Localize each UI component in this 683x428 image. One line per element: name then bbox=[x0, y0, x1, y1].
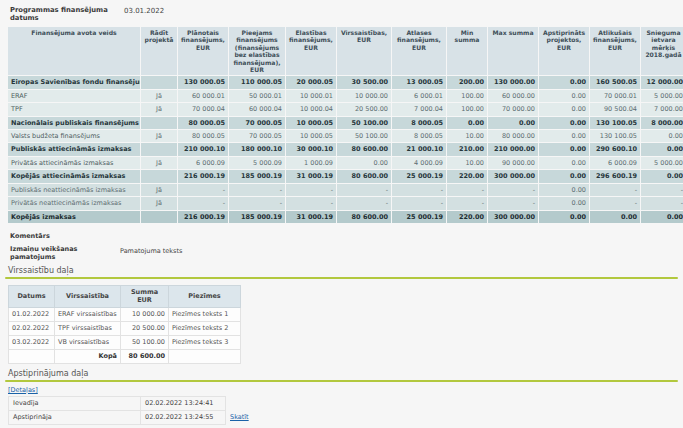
amount-cell: 6 000.09 bbox=[178, 157, 228, 169]
finance-column-header: Elastības finansējums, EUR bbox=[286, 27, 336, 75]
finance-table-row: TPFJā70 000.0460 000.0410 000.0420 500.0… bbox=[8, 103, 683, 115]
amount-cell: 21 000.10 bbox=[392, 143, 446, 155]
approval-row-entered: Ievadīja 02.02.2022 13:24:41 bbox=[9, 396, 286, 410]
amount-cell: 0.00 bbox=[337, 157, 391, 169]
amount-cell: 8 000.00 bbox=[641, 117, 683, 129]
amount-cell: - bbox=[286, 184, 336, 196]
amount-cell: 0.00 bbox=[539, 157, 589, 169]
entered-timestamp: 02.02.2022 13:24:41 bbox=[141, 396, 226, 410]
date-cell: 01.02.2022 bbox=[9, 307, 55, 321]
finance-column-header: Apstiprināts projektos, EUR bbox=[539, 27, 589, 75]
amount-cell: 185 000.19 bbox=[229, 211, 285, 223]
finance-table-row: Kopējās izmaksas216 000.19185 000.1931 0… bbox=[8, 211, 683, 223]
amount-cell: 60 000.00 bbox=[488, 90, 538, 102]
amount-cell: 0.00 bbox=[641, 130, 683, 142]
amount-cell: 180 000.10 bbox=[229, 143, 285, 155]
amount-cell: 7 000.04 bbox=[392, 103, 446, 115]
amount-cell: - bbox=[447, 184, 487, 196]
amount-cell: 7 000.00 bbox=[641, 103, 683, 115]
amount-cell: 130 100.05 bbox=[590, 130, 640, 142]
overcommitment-column-header: Virssaistība bbox=[55, 285, 121, 307]
finance-table-row: Valsts budžeta finansējumsJā80 000.0570 … bbox=[8, 130, 683, 142]
amount-cell: 80 600.00 bbox=[337, 143, 391, 155]
finance-column-header: Atlases finansējums, EUR bbox=[392, 27, 446, 75]
amount-cell: 90 000.00 bbox=[488, 157, 538, 169]
finance-table: Finansējuma avota veidsRādīt projektāPlā… bbox=[7, 26, 683, 224]
amount-cell: 80 000.05 bbox=[178, 117, 228, 129]
finance-table-row: Publiskās attiecināmās izmaksas210 000.1… bbox=[8, 143, 683, 155]
amount-cell: 300 000.00 bbox=[488, 211, 538, 223]
section-divider bbox=[5, 380, 678, 382]
show-in-project-cell: Jā bbox=[141, 130, 177, 142]
sum-cell: 20 500.00 bbox=[121, 321, 169, 335]
approved-label: Apstiprināja bbox=[9, 410, 141, 424]
amount-cell: 0.00 bbox=[447, 117, 487, 129]
amount-cell: - bbox=[337, 197, 391, 209]
overcommitment-type-cell: ERAF virssaistības bbox=[55, 307, 121, 321]
funding-source-label: Valsts budžeta finansējums bbox=[8, 130, 140, 142]
amount-cell: 8 000.05 bbox=[392, 117, 446, 129]
finance-column-header: Pieejams finansējums (finansējums bez el… bbox=[229, 27, 285, 75]
finance-table-row: Nacionālais publiskais finansējums80 000… bbox=[8, 117, 683, 129]
overcommitment-section-title: Virssaistību daļa bbox=[8, 266, 683, 275]
amount-cell: 216 000.19 bbox=[178, 170, 228, 182]
amount-cell: 0.00 bbox=[539, 76, 589, 88]
amount-cell: - bbox=[447, 197, 487, 209]
funding-source-label: Privātās neattiecināmās izmaksas bbox=[8, 197, 140, 209]
finance-column-header: Plānotais finansējums, EUR bbox=[178, 27, 228, 75]
overcommitment-column-header: Summa EUR bbox=[121, 285, 169, 307]
approval-row-approved: Apstiprināja 02.02.2022 13:24:55 Skatīt bbox=[9, 410, 286, 424]
amount-cell: 50 100.00 bbox=[337, 117, 391, 129]
show-in-project-cell bbox=[141, 143, 177, 155]
amount-cell: - bbox=[590, 184, 640, 196]
amount-cell: - bbox=[178, 197, 228, 209]
show-in-project-cell bbox=[141, 76, 177, 88]
date-cell: 02.02.2022 bbox=[9, 321, 55, 335]
date-cell: 03.02.2022 bbox=[9, 335, 55, 349]
amount-cell: 160 500.05 bbox=[590, 76, 640, 88]
finance-table-row: Privātās neattiecināmās izmaksasJā------… bbox=[8, 197, 683, 209]
details-link[interactable]: [Detaļas] bbox=[8, 386, 38, 394]
funding-source-label: Nacionālais publiskais finansējums bbox=[8, 117, 140, 129]
amount-cell: - bbox=[286, 197, 336, 209]
amount-cell: 0.00 bbox=[539, 117, 589, 129]
amount-cell: - bbox=[641, 197, 683, 209]
amount-cell: 5 000.00 bbox=[641, 90, 683, 102]
amount-cell: 31 000.19 bbox=[286, 211, 336, 223]
finance-table-row: Kopējās attiecināmās izmaksas216 000.191… bbox=[8, 170, 683, 182]
overcommitment-header-row: DatumsVirssaistībaSumma EURPiezīmes bbox=[9, 285, 241, 307]
amount-cell: 10 000.01 bbox=[286, 90, 336, 102]
amount-cell: 25 000.19 bbox=[392, 170, 446, 182]
finance-table-header-row: Finansējuma avota veidsRādīt projektāPlā… bbox=[8, 27, 683, 75]
amount-cell: 110 000.05 bbox=[229, 76, 285, 88]
amount-cell: 80 600.00 bbox=[337, 211, 391, 223]
amount-cell: 10.00 bbox=[447, 157, 487, 169]
amount-cell: 130 000.05 bbox=[178, 76, 228, 88]
finance-column-header: Finansējuma avota veids bbox=[8, 27, 140, 75]
overcommitment-table: DatumsVirssaistībaSumma EURPiezīmes 01.0… bbox=[8, 285, 241, 364]
amount-cell: 30 000.10 bbox=[286, 143, 336, 155]
amount-cell: 90 500.04 bbox=[590, 103, 640, 115]
amount-cell: 100.00 bbox=[447, 90, 487, 102]
amount-cell: 50 100.00 bbox=[337, 130, 391, 142]
amount-cell: 10.00 bbox=[447, 130, 487, 142]
show-in-project-cell: Jā bbox=[141, 103, 177, 115]
amount-cell: 220.00 bbox=[447, 170, 487, 182]
view-link[interactable]: Skatīt bbox=[230, 413, 249, 421]
amount-cell: - bbox=[590, 197, 640, 209]
amount-cell: 30 500.00 bbox=[337, 76, 391, 88]
amount-cell: 70 000.04 bbox=[178, 103, 228, 115]
approval-table: Ievadīja 02.02.2022 13:24:41 Apstiprināj… bbox=[8, 396, 286, 425]
show-in-project-cell bbox=[141, 170, 177, 182]
show-in-project-cell: Jā bbox=[141, 90, 177, 102]
amount-cell: 290 600.10 bbox=[590, 143, 640, 155]
amount-cell: 5 000.09 bbox=[229, 157, 285, 169]
finance-column-header: Atlikušais finansējums, EUR bbox=[590, 27, 640, 75]
amount-cell: 296 600.19 bbox=[590, 170, 640, 182]
amount-cell: - bbox=[229, 197, 285, 209]
comment-label: Komentārs bbox=[10, 232, 683, 240]
show-in-project-cell: Jā bbox=[141, 197, 177, 209]
funding-source-label: Kopējās attiecināmās izmaksas bbox=[8, 170, 140, 182]
amount-cell: - bbox=[337, 184, 391, 196]
notes-cell: Piezīmes teksts 1 bbox=[169, 307, 241, 321]
